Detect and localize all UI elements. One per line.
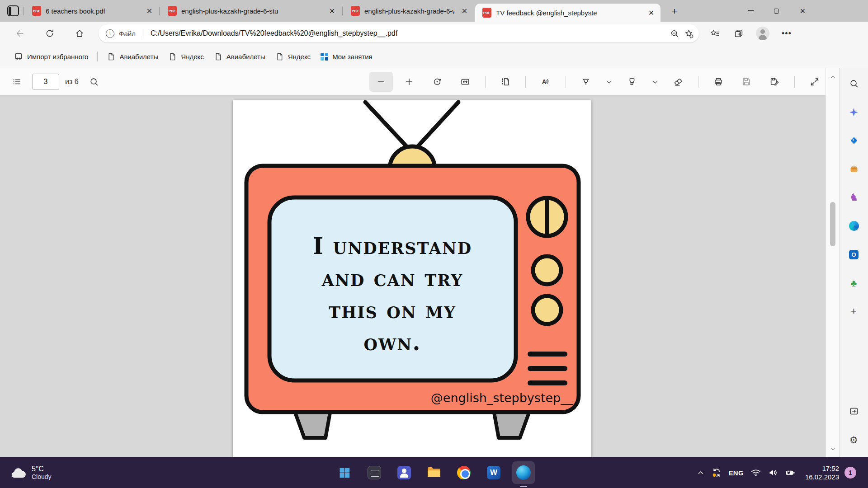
weather-condition: Cloudy [32,473,52,481]
tab-4-active[interactable]: PDF TV feedback @english_stepbyste ✕ [475,4,660,22]
sidebar-outlook-button[interactable]: O [849,249,859,260]
bookmark-item[interactable]: Яндекс [163,49,208,64]
bookmark-item[interactable]: Авиабилеты [102,49,163,64]
favorites-button[interactable] [706,24,724,42]
screen-text-line: and can try [321,265,463,291]
taskbar-app-edge-active[interactable] [512,461,535,484]
sidebar-add-button[interactable]: + [849,306,859,317]
url-text[interactable]: C:/Users/Evrika/Downloads/TV%20feedback%… [151,29,665,38]
bookmarks-bar: Импорт избранного Авиабилеты Яндекс Авиа… [0,45,868,68]
collections-button[interactable] [730,24,748,42]
wifi-button[interactable] [747,464,764,482]
minus-icon [376,77,386,87]
notification-count-badge[interactable]: 1 [844,467,856,479]
scrollbar-thumb[interactable] [830,202,835,246]
taskbar-center-apps: W [333,461,535,484]
back-button[interactable] [10,24,30,42]
tab-1[interactable]: PDF 6 teachers book.pdf ✕ [25,0,159,22]
tv-knob-1 [533,256,561,284]
zoom-out-button[interactable] [369,72,393,92]
sidebar-office-button[interactable] [849,164,859,174]
language-indicator[interactable]: ENG [729,469,744,477]
page-number-input[interactable]: 3 [32,74,59,90]
home-button[interactable] [70,24,90,42]
edge-sidebar: ♞ O ♣ + ⚙ [839,68,868,457]
tab-workspaces-icon[interactable] [7,5,19,16]
settings-menu-button[interactable]: ••• [778,24,796,42]
expand-icon [810,77,820,87]
scroll-up-button[interactable] [826,70,840,84]
screen-text-line: I understand [313,233,472,259]
volume-button[interactable] [764,464,782,482]
zoom-out-page-icon[interactable] [670,29,679,38]
battery-button[interactable] [782,464,799,482]
taskbar-app-dark-window[interactable] [363,461,386,484]
address-bar[interactable]: i Файл C:/Users/Evrika/Downloads/TV%20fe… [99,24,699,42]
read-aloud-button[interactable]: A [534,72,557,92]
tray-sync-button[interactable] [708,464,725,482]
bookmark-item-moi-zanyatiya[interactable]: Мои занятия [316,50,377,64]
window-controls: × [738,0,816,22]
page-info-icon[interactable]: i [106,29,114,38]
sidebar-tree-app-button[interactable]: ♣ [849,277,859,288]
tv-speaker-bar [528,366,567,371]
tab-close-icon[interactable]: ✕ [144,5,155,17]
zoom-in-button[interactable] [397,72,421,92]
wifi-icon [750,467,761,478]
tray-show-hidden-button[interactable] [693,464,708,482]
refresh-button[interactable] [40,24,60,42]
page-view-button[interactable] [494,72,517,92]
start-button[interactable] [333,461,356,484]
ellipsis-icon: ••• [782,29,792,38]
bookmark-import-favorites[interactable]: Импорт избранного [9,49,93,64]
tab-close-icon[interactable]: ✕ [646,7,657,19]
bookmark-label: Мои занятия [332,53,373,61]
draw-button[interactable] [574,72,598,92]
save-button[interactable] [735,72,758,92]
taskbar-app-word[interactable]: W [482,461,505,484]
sidebar-copilot-button[interactable] [849,107,859,117]
scroll-down-button[interactable] [826,442,840,455]
tab-close-icon[interactable]: ✕ [459,5,470,17]
pdf-file-icon: PDF [32,6,41,16]
erase-button[interactable] [666,72,690,92]
sidebar-shopping-button[interactable] [849,135,859,146]
fit-to-width-button[interactable] [453,72,477,92]
taskbar-clock[interactable]: 17:52 16.02.2023 [805,464,839,481]
taskbar-app-explorer[interactable] [423,461,445,484]
draw-options-button[interactable] [602,72,616,92]
sidebar-games-button[interactable]: ♞ [849,192,859,203]
fullscreen-button[interactable] [803,72,826,92]
table-of-contents-button[interactable] [7,72,26,92]
plus-icon: + [851,306,857,316]
window-minimize-button[interactable] [738,0,764,22]
folder-icon [427,467,441,479]
toolbar-icons: ••• [706,24,796,42]
highlight-button[interactable] [620,72,644,92]
pdf-search-button[interactable] [85,72,104,92]
profile-button[interactable] [754,24,772,42]
sidebar-settings-button[interactable]: ⚙ [849,434,859,445]
rotate-button[interactable] [425,72,449,92]
sidebar-panel-button[interactable] [849,406,859,417]
taskbar-app-teams[interactable] [393,461,415,484]
highlight-options-button[interactable] [648,72,662,92]
sidebar-tools-button[interactable] [849,221,859,231]
add-favorite-icon[interactable] [684,29,693,38]
new-tab-button[interactable]: + [668,5,681,17]
print-button[interactable] [707,72,730,92]
tab-2[interactable]: PDF english-plus-kazakh-grade-6-stu ✕ [160,0,341,22]
bookmark-item[interactable]: Авиабилеты [209,49,270,64]
save-as-button[interactable] [763,72,786,92]
maximize-icon [774,9,779,14]
window-maximize-button[interactable] [764,0,789,22]
tab-close-icon[interactable]: ✕ [326,5,338,17]
tab-3[interactable]: PDF english-plus-kazakh-grade-6-wo ✕ [344,0,474,22]
sidebar-search-button[interactable] [849,78,859,89]
chrome-icon [457,466,471,479]
window-close-button[interactable]: × [790,0,816,22]
taskbar-app-chrome[interactable] [453,461,475,484]
home-icon [75,28,85,38]
widgets-weather-button[interactable]: 5°C Cloudy [5,457,56,488]
bookmark-item[interactable]: Яндекс [270,49,316,64]
